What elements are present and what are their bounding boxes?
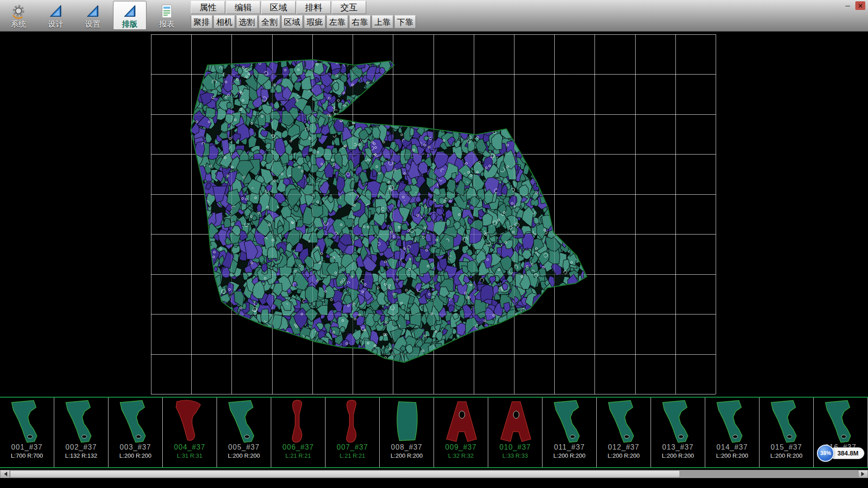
piece-sizes: L:32 R:32 [448,453,473,459]
toolbar-button-design[interactable]: 设计 [39,1,72,30]
settings-sail-icon [85,3,100,19]
piece-sizes: L:21 R:21 [285,453,311,459]
main-toolbar: 系统 设计 设置 [2,1,184,31]
scroll-right-icon [861,472,867,476]
action-button[interactable]: 上靠 [372,15,393,28]
toolbar-button-settings[interactable]: 设置 [76,1,109,30]
piece-id: 007_#37 [337,444,368,451]
piece-thumbnail[interactable]: 008_#37 L:200 R:200 [380,398,434,467]
piece-thumbnail[interactable]: 009_#37 L:32 R:32 [434,398,488,467]
piece-id: 005_#37 [228,444,259,451]
piece-id: 006_#37 [283,444,314,451]
menu-tab[interactable]: 区域 [261,1,296,14]
piece-shape-icon [224,399,264,445]
scroll-left-button[interactable] [0,470,10,478]
menu-tab[interactable]: 编辑 [226,1,260,14]
piece-id: 012_#37 [608,444,639,451]
action-button[interactable]: 全割 [259,15,280,28]
action-button[interactable]: 下靠 [394,15,416,28]
horizontal-scrollbar [0,470,868,478]
action-button[interactable]: 选割 [236,15,258,28]
piece-id: 011_#37 [554,444,585,451]
system-gear-icon [11,3,26,19]
piece-sizes: L:21 R:21 [340,453,365,459]
piece-thumbnail[interactable]: 003_#37 L:200 R:200 [108,398,163,467]
piece-shape-icon [821,399,861,445]
toolbar-button-label: 系统 [11,20,26,28]
piece-id: 014_#37 [717,444,748,451]
piece-sizes: L:200 R:200 [608,453,640,459]
piece-shape-icon [712,399,753,445]
piece-id: 015_#37 [771,444,802,451]
action-button[interactable]: 左靠 [326,15,348,28]
piece-thumbnail[interactable]: 014_#37 L:200 R:200 [705,398,760,467]
menu-tab[interactable]: 属性 [191,1,225,14]
piece-thumbnail[interactable]: 015_#37 L:200 R:200 [760,398,814,467]
toolbar-button-report[interactable]: 报表 [150,1,184,30]
piece-sizes: L:33 R:33 [502,453,528,459]
piece-sizes: L:200 R:200 [553,453,585,459]
toolbar-button-label: 设置 [85,20,100,28]
action-buttons: 聚排 相机 选割 全割 区域 瑕疵 左靠 右靠 上靠 下靠 [191,15,416,29]
menu-tabs: 属性 编辑 区域 排料 交互 [191,1,366,14]
action-button[interactable]: 区域 [281,15,303,28]
piece-thumbnail[interactable]: 011_#37 L:200 R:200 [542,398,597,467]
piece-sizes: L:200 R:200 [391,453,423,459]
piece-strip: 001_#37 L:700 R:700 002_#37 L:132 R:132 … [0,397,868,468]
piece-id: 003_#37 [120,444,151,451]
close-button[interactable]: ✕ [855,1,865,10]
action-button[interactable]: 瑕疵 [304,15,326,28]
piece-thumbnail[interactable]: 006_#37 L:21 R:21 [271,398,326,467]
memory-pill: 384.8M [829,447,864,459]
piece-sizes: L:31 R:31 [177,453,202,459]
toolbar-button-nesting[interactable]: 排版 [113,1,146,30]
piece-thumbnail[interactable]: 001_#37 L:700 R:700 [0,398,54,467]
piece-id: 013_#37 [662,444,693,451]
nesting-canvas[interactable] [0,32,868,397]
scrollbar-track[interactable] [10,470,858,478]
piece-shape-icon [658,399,698,445]
scrollbar-thumb[interactable] [10,470,680,478]
piece-shape-icon [115,399,156,445]
menu-tab[interactable]: 排料 [297,1,331,14]
piece-shape-icon [441,399,481,445]
design-sail-icon [48,3,63,19]
action-button[interactable]: 聚排 [191,15,212,28]
status-badge: 38% 384.8M [817,445,864,462]
progress-percent: 38% [820,450,831,456]
action-button[interactable]: 相机 [213,15,235,28]
nesting-viewport [0,32,868,397]
piece-shape-icon [495,399,536,445]
piece-thumbnail[interactable]: 002_#37 L:132 R:132 [54,398,108,467]
piece-thumbnail[interactable]: 013_#37 L:200 R:200 [651,398,705,467]
piece-id: 004_#37 [174,444,205,451]
action-button[interactable]: 右靠 [349,15,371,28]
piece-shape-icon [7,399,47,445]
piece-shape-icon [332,399,373,445]
toolbar-button-label: 排版 [122,20,137,28]
piece-id: 008_#37 [391,444,422,451]
piece-id: 002_#37 [66,444,97,451]
piece-thumbnail[interactable]: 010_#37 L:33 R:33 [488,398,542,467]
piece-shape-icon [549,399,590,445]
scroll-left-icon [2,472,7,476]
scroll-right-button[interactable] [858,470,868,478]
window-controls: ─ ✕ [843,1,865,10]
piece-shape-icon [766,399,807,445]
memory-value: 384.8M [837,450,859,457]
piece-thumbnail[interactable]: 004_#37 L:31 R:31 [163,398,217,467]
minimize-button[interactable]: ─ [843,1,853,10]
piece-shape-icon [387,399,427,445]
piece-shape-icon [170,399,210,445]
piece-shape-icon [604,399,644,445]
piece-thumbnail[interactable]: 007_#37 L:21 R:21 [326,398,380,467]
piece-sizes: L:200 R:200 [119,453,151,459]
toolbar-button-system[interactable]: 系统 [2,1,35,30]
piece-thumbnail[interactable]: 012_#37 L:200 R:200 [597,398,651,467]
titlebar: 系统 设计 设置 [0,0,868,32]
toolbar-button-label: 设计 [48,20,63,28]
piece-sizes: L:200 R:200 [662,453,694,459]
piece-thumbnail[interactable]: 005_#37 L:200 R:200 [217,398,271,467]
report-document-icon [160,3,174,19]
menu-tab[interactable]: 交互 [332,1,366,14]
